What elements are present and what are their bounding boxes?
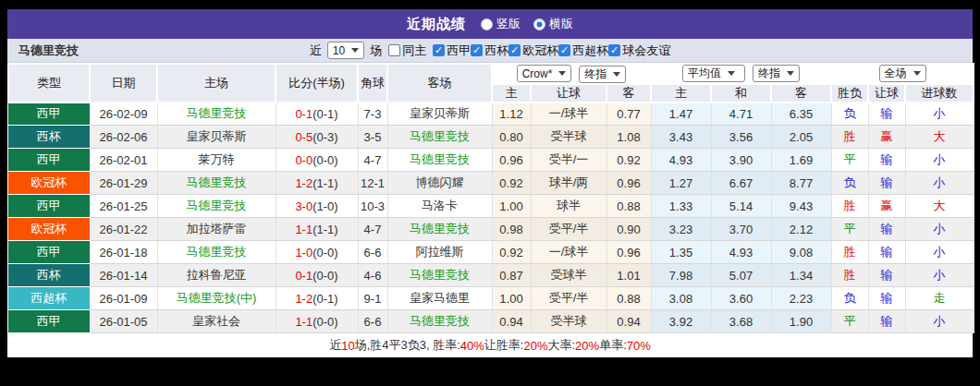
summary-text: 10 [341,339,354,353]
fulltime-score: 0-0 [295,153,312,167]
league-badge: 欧冠杯 [8,218,90,241]
outcome-result: 负 [831,103,868,126]
chevron-down-icon [913,71,921,76]
league-filter-group: ✓西甲✓西杯✓欧冠杯✓西超杯✓球会友谊 [433,42,670,59]
radio-label: 竖版 [496,16,521,32]
goals-result: 大 [905,126,974,149]
league-filter-5[interactable]: ✓球会友谊 [608,42,670,59]
europe-period-select[interactable]: 终指 [753,65,800,82]
summary-text: 单率: [599,337,627,354]
summary-text: 大率: [547,337,575,354]
corners: 6-6 [358,310,387,333]
handicap-line: 一/球半 [531,241,606,264]
checkbox-icon: ✓ [508,44,521,56]
away-team: 马德里竞技 [387,149,492,172]
halftime-score: (0-0) [312,153,337,167]
outcome-result: 胜 [831,195,868,218]
handicap-result: 输 [868,149,905,172]
team-name: 马德里竞技 [18,42,79,59]
col-header-corners: 角球 [358,64,387,103]
league-badge: 西甲 [8,195,90,218]
home-team: 皇家社会 [157,310,276,333]
asia-away-odds: 0.90 [606,218,651,241]
europe-home-odds: 3.43 [651,126,711,149]
asia-home-odds: 1.12 [492,103,531,126]
recent-count-select[interactable]: 10 [327,42,364,59]
goals-result: 小 [905,172,974,195]
match-date: 26-02-09 [90,103,157,126]
table-row: 西甲26-02-09马德里竞技0-1(0-1)7-3皇家贝蒂斯1.12一/球半0… [8,103,974,126]
chevron-down-icon [351,48,359,53]
asia-home-odds: 1.00 [492,195,531,218]
scope-select[interactable]: 全场 [879,65,926,82]
europe-away-odds: 9.08 [771,241,831,264]
europe-avg-select[interactable]: 平均值 [682,65,745,82]
league-filter-3[interactable]: ✓欧冠杯 [508,42,558,59]
table-row: 西甲26-01-05皇家社会1-1(0-0)6-6马德里竞技0.94受半球0.9… [8,310,974,333]
halftime-score: (0-0) [312,246,337,259]
radio-button-icon [533,18,545,30]
asia-away-odds: 0.92 [606,149,651,172]
page-frame: 近期战绩 竖版横版 马德里竞技 近 10 场 同主 ✓西甲✓西杯✓欧冠杯✓西超杯… [0,0,980,386]
europe-away-odds: 1.90 [771,310,831,333]
asia-home-odds: 0.98 [492,218,531,241]
col-header-europe-home: 主 [651,84,711,103]
col-header-date: 日期 [90,64,157,103]
radio-view-vertical[interactable]: 竖版 [481,16,521,32]
match-date: 26-01-22 [90,218,157,241]
summary-text: 20% [523,339,547,353]
table-row: 西甲26-01-18马德里竞技1-0(0-0)6-6阿拉维斯0.92一/球半0.… [8,241,974,264]
col-header-score: 比分(半场) [276,64,358,103]
radio-label: 横版 [549,16,573,32]
same-home-away-checkbox[interactable]: 同主 [388,42,426,59]
score-cell: 1-1(1-1) [276,218,358,241]
asia-period-select[interactable]: 终指 [579,66,626,83]
europe-draw-odds: 4.71 [711,103,771,126]
col-header-asia-away: 客 [606,84,651,103]
europe-home-odds: 4.93 [651,149,711,172]
asia-away-odds: 0.96 [606,241,651,264]
summary-text: 近 [329,337,341,354]
handicap-line: 受球半 [531,264,606,287]
match-date: 26-01-29 [90,172,157,195]
asia-home-odds: 0.92 [492,241,531,264]
corners: 6-6 [358,241,387,264]
handicap-line: 球半 [531,195,606,218]
score-cell: 0-1(0-1) [276,103,358,126]
league-filter-4[interactable]: ✓西超杯 [558,42,608,59]
table-row: 西杯26-01-14拉科鲁尼亚0-1(0-0)4-6马德里竞技0.87受球半1.… [8,264,974,287]
table-row: 西杯26-02-06皇家贝蒂斯0-5(0-3)3-5马德里竞技0.80受半球1.… [8,126,974,149]
away-team: 皇家马德里 [387,287,492,310]
match-date: 26-01-05 [90,310,157,333]
league-filter-2[interactable]: ✓西杯 [471,42,508,59]
europe-draw-odds: 3.60 [711,287,771,310]
checkbox-icon: ✓ [608,44,620,56]
score-cell: 3-0(1-0) [276,195,358,218]
checkbox-icon: ✓ [558,44,570,56]
away-team: 马德里竞技 [387,264,492,287]
goals-result: 小 [905,103,974,126]
league-filter-1[interactable]: ✓西甲 [433,42,471,59]
match-date: 26-01-18 [90,241,157,264]
handicap-result: 输 [868,103,905,126]
halftime-score: (1-0) [312,199,337,213]
away-team: 马德里竞技 [387,310,492,333]
unit-label: 场 [370,42,382,59]
filter-bar: 马德里竞技 近 10 场 同主 ✓西甲✓西杯✓欧冠杯✓西超杯✓球会友谊 [7,39,973,63]
handicap-result: 输 [868,241,905,264]
bookmaker-select[interactable]: Crow* [517,65,572,82]
league-filter-label: 西杯 [484,42,508,59]
handicap-result: 赢 [868,195,905,218]
asia-away-odds: 0.88 [606,287,651,310]
europe-away-odds: 6.35 [771,103,831,126]
league-badge: 西杯 [8,126,90,149]
table-row: 欧冠杯26-01-29马德里竞技1-2(1-1)12-1博德闪耀0.92球半/两… [8,172,974,195]
page-title: 近期战绩 [407,16,466,33]
checkbox-icon: ✓ [471,44,483,56]
league-badge: 西超杯 [8,287,90,310]
goals-result: 大 [905,195,974,218]
home-team: 马德里竞技 [157,103,276,126]
handicap-result: 输 [868,172,905,195]
recent-label: 近 [310,42,322,59]
radio-view-horizontal[interactable]: 横版 [533,16,573,32]
